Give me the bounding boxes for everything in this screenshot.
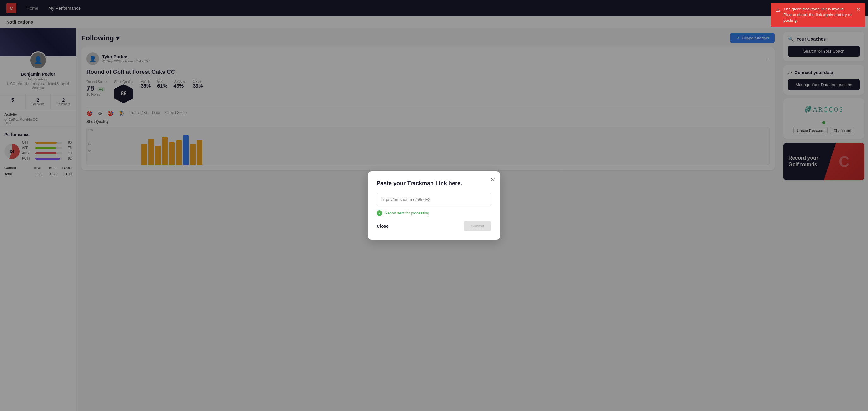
success-check-icon: ✓ — [377, 211, 382, 216]
error-toast: ⚠ The given trackman link is invalid. Pl… — [771, 2, 866, 27]
modal-success-message: ✓ Report sent for processing — [377, 211, 491, 216]
modal-title: Paste your Trackman Link here. — [377, 180, 491, 187]
trackman-link-input[interactable] — [377, 193, 491, 206]
warning-icon: ⚠ — [776, 7, 780, 13]
modal-footer: Close Submit — [377, 221, 491, 231]
modal-close-button[interactable]: ✕ — [491, 176, 495, 183]
modal-overlay: Paste your Trackman Link here. ✕ ✓ Repor… — [0, 0, 868, 411]
toast-close-button[interactable]: ✕ — [856, 6, 861, 12]
toast-message: The given trackman link is invalid. Plea… — [783, 6, 853, 24]
submit-button[interactable]: Submit — [464, 221, 491, 231]
close-modal-button[interactable]: Close — [377, 224, 389, 229]
trackman-modal: Paste your Trackman Link here. ✕ ✓ Repor… — [368, 171, 500, 240]
